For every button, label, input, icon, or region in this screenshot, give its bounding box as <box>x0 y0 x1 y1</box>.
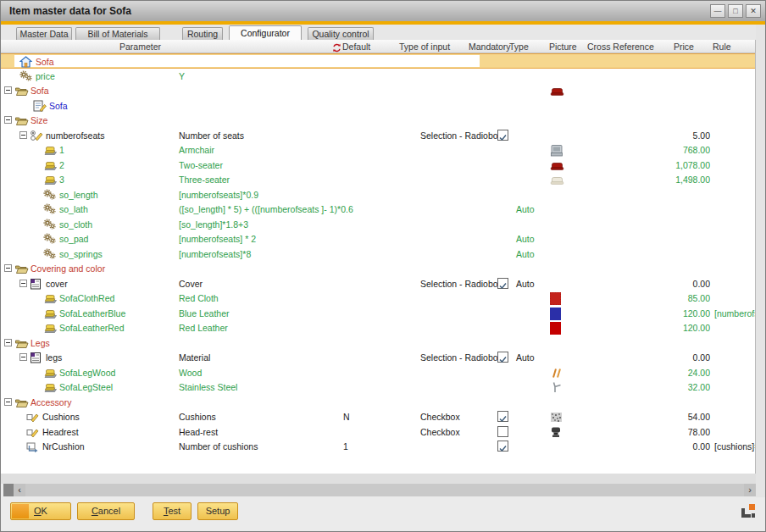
type-value: Auto <box>516 231 535 247</box>
description-value: Armchair <box>179 142 214 158</box>
tree-row-accessory[interactable]: Accessory <box>1 395 755 410</box>
hscroll-right-arrow[interactable]: › <box>744 484 756 496</box>
default-value: N <box>343 409 350 424</box>
description-value: Wood <box>179 365 202 380</box>
titlebar[interactable]: Item master data for Sofa —□✕ <box>1 1 765 21</box>
tree-row-nrcushion[interactable]: NrCushionNumber of cushions10.00[cushion… <box>1 439 755 454</box>
tab-routing[interactable]: Routing <box>182 27 223 40</box>
ok-button[interactable]: OK <box>10 502 71 520</box>
tree-row-cushions[interactable]: CushionsCushionsNCheckbox54.00 <box>1 409 755 424</box>
tree-row-sofalegsteel[interactable]: SofaLegSteelStainless Steel32.00 <box>1 380 755 395</box>
tab-quality-control[interactable]: Quality control <box>308 27 374 40</box>
tree-row-3[interactable]: 3Three-seater1,498.00 <box>1 172 755 187</box>
expander-minus-icon[interactable] <box>19 131 27 139</box>
tree-row-numberofseats[interactable]: numberofseatsNumber of seatsSelection - … <box>1 128 755 143</box>
tree-row-2[interactable]: 2Two-seater1,078.00 <box>1 158 755 173</box>
tree-row-sofaclothred[interactable]: SofaClothRedRed Cloth85.00 <box>1 291 755 306</box>
type-value: Auto <box>516 276 535 291</box>
mandatory-checkbox-checked[interactable] <box>497 411 508 422</box>
test-button[interactable]: Test <box>153 502 192 520</box>
default-button-accent <box>12 504 29 518</box>
tree-row-sofaleatherred[interactable]: SofaLeatherRedRed Leather120.00 <box>1 320 755 335</box>
tree-row-legs[interactable]: Legs <box>1 335 755 351</box>
parameter-name: price <box>36 69 55 84</box>
column-header-price: Price <box>674 40 694 53</box>
tree-row-so_cloth[interactable]: so_cloth[so_length]*1.8+3 <box>1 217 755 232</box>
description-value: ([so_length] * 5) + (([numberofseats ]- … <box>179 202 353 217</box>
description-value: Two-seater <box>179 158 223 173</box>
price-value: 1,078.00 <box>647 158 710 173</box>
parameter-name: Legs <box>31 335 50 351</box>
grid-body: SofapriceYSofaSofaSizenumberofseatsNumbe… <box>1 53 756 474</box>
expander-minus-icon[interactable] <box>4 398 12 406</box>
description-value: [numberofseats]*8 <box>179 247 251 262</box>
tree-row-price[interactable]: priceY <box>1 69 755 84</box>
description-value: Cushions <box>179 409 216 424</box>
parameter-name: numberofseats <box>46 128 104 143</box>
cancel-button[interactable]: Cancel <box>77 502 135 520</box>
hscroll-left-arrow[interactable]: ‹ <box>14 484 25 496</box>
parameter-name: 1 <box>59 142 64 158</box>
expander-minus-icon[interactable] <box>19 353 27 361</box>
parameter-name: so_pad <box>59 231 88 247</box>
form-settings-icon[interactable] <box>741 503 756 518</box>
price-value: 78.00 <box>647 424 710 440</box>
maximize-button[interactable]: □ <box>728 4 743 18</box>
button-bar: OKCancelTestSetup <box>1 499 765 524</box>
mandatory-checkbox-checked[interactable] <box>497 278 508 289</box>
parameter-name: so_cloth <box>59 217 92 232</box>
tree-row-cover[interactable]: coverCoverSelection - RadioboxAuto0.00 <box>1 276 755 291</box>
tree-row-sofaleatherblue[interactable]: SofaLeatherBlueBlue Leather120.00[number… <box>1 306 755 321</box>
close-button[interactable]: ✕ <box>746 4 761 18</box>
tree-row-so_pad[interactable]: so_pad[numberofseats] * 2Auto <box>1 231 755 247</box>
mandatory-checkbox-checked[interactable] <box>497 352 508 363</box>
type-of-input-value: Selection - Radiobox <box>420 350 502 365</box>
tree-row-sofa[interactable]: Sofa <box>1 53 755 69</box>
setup-button[interactable]: Setup <box>197 502 238 520</box>
rule-value: [cushions]='Y <box>714 439 756 454</box>
tree-row-legs[interactable]: legsMaterialSelection - RadioboxAuto0.00 <box>1 350 755 365</box>
tab-bill-of-materials[interactable]: Bill of Materials <box>75 27 160 40</box>
mandatory-checkbox-unchecked[interactable] <box>497 426 508 437</box>
description-value: [numberofseats]*0.9 <box>179 187 258 202</box>
tree-row-size[interactable]: Size <box>1 113 755 128</box>
expander-minus-icon[interactable] <box>4 264 12 272</box>
tree-row-1[interactable]: 1Armchair768.00 <box>1 142 755 158</box>
tree-row-so_springs[interactable]: so_springs[numberofseats]*8Auto <box>1 247 755 262</box>
expander-minus-icon[interactable] <box>4 116 12 124</box>
expander-minus-icon[interactable] <box>4 86 12 94</box>
type-of-input-value: Selection - Radiobox <box>420 128 502 143</box>
mandatory-checkbox-checked[interactable] <box>497 441 508 452</box>
minimize-button[interactable]: — <box>710 4 725 18</box>
grid-bottom-band <box>1 474 756 484</box>
tab-configurator[interactable]: Configurator <box>229 25 302 40</box>
tree-row-covering-and-color[interactable]: Covering and color <box>1 261 755 276</box>
tree-row-so_length[interactable]: so_length[numberofseats]*0.9 <box>1 187 755 202</box>
hscroll-track[interactable] <box>25 484 744 496</box>
mandatory-checkbox-checked[interactable] <box>497 130 508 141</box>
tree-row-headrest[interactable]: HeadrestHead-restCheckbox78.00 <box>1 424 755 440</box>
tree-row-sofa[interactable]: Sofa <box>1 98 755 114</box>
price-value: 120.00 <box>647 320 710 335</box>
hscroll-thumb[interactable] <box>3 484 14 496</box>
type-value: Auto <box>516 202 535 217</box>
expander-minus-icon[interactable] <box>4 339 12 346</box>
expander-minus-icon[interactable] <box>19 280 27 287</box>
parameter-name: so_springs <box>59 247 103 262</box>
tree-row-so_lath[interactable]: so_lath([so_length] * 5) + (([numberofse… <box>1 202 755 217</box>
description-value: Blue Leather <box>179 306 230 321</box>
price-value: 768.00 <box>647 142 710 158</box>
tree-row-sofalegwood[interactable]: SofaLegWoodWood24.00 <box>1 365 755 380</box>
column-header-type: Type <box>509 40 529 53</box>
parameter-name: legs <box>46 350 62 365</box>
inline-edit-field[interactable] <box>14 55 480 67</box>
horizontal-scrollbar[interactable]: ‹› <box>3 484 756 496</box>
window-controls: —□✕ <box>710 4 761 18</box>
tree-row-sofa[interactable]: Sofa <box>1 83 755 98</box>
price-value: 85.00 <box>647 291 710 306</box>
tab-strip: Master DataBill of MaterialsRoutingConfi… <box>1 25 756 40</box>
tab-master-data[interactable]: Master Data <box>16 27 72 40</box>
parameter-name: NrCushion <box>42 439 85 454</box>
description-value: Cover <box>179 276 203 291</box>
grid-header: ParameterDefaultType of inputMandatoryTy… <box>1 40 756 53</box>
